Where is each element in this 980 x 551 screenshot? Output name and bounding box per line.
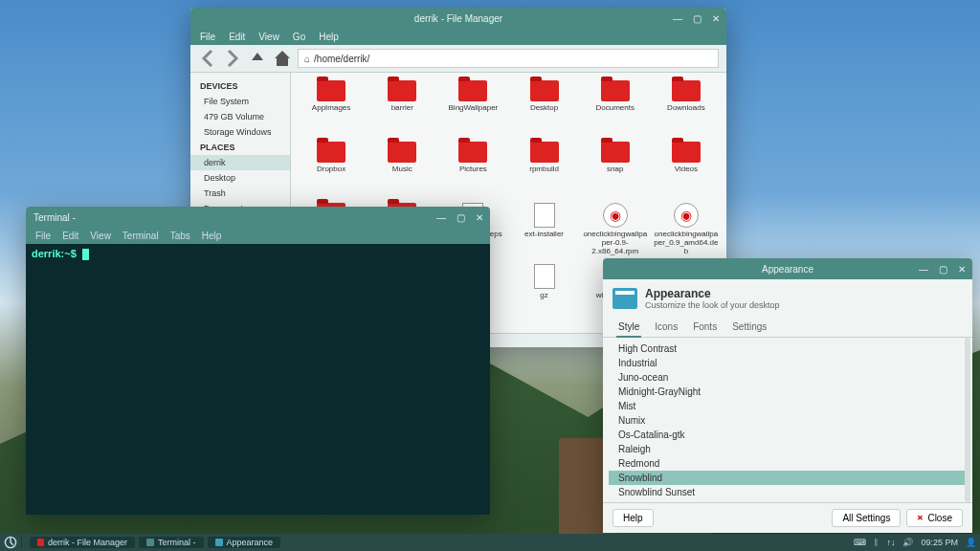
- minimize-button[interactable]: —: [434, 210, 448, 224]
- file-item[interactable]: Videos: [652, 142, 721, 201]
- tab-settings[interactable]: Settings: [730, 318, 768, 337]
- style-list[interactable]: High ContrastIndustrialJuno-oceanMidnigh…: [603, 338, 972, 502]
- style-option[interactable]: Redmond: [609, 456, 967, 471]
- file-label: Documents: [596, 104, 635, 113]
- style-option[interactable]: Mist: [609, 399, 967, 413]
- appearance-titlebar[interactable]: Appearance — ▢ ✕: [603, 258, 972, 279]
- file-item[interactable]: barrier: [368, 80, 436, 140]
- menu-view[interactable]: View: [258, 32, 279, 42]
- style-option[interactable]: Raleigh: [609, 442, 967, 456]
- file-item[interactable]: Documents: [581, 80, 650, 140]
- file-label: Pictures: [459, 165, 487, 174]
- appearance-footer: Help All Settings Close: [603, 502, 972, 533]
- close-button[interactable]: ✕: [955, 262, 969, 276]
- scrollbar[interactable]: [965, 338, 970, 502]
- style-option[interactable]: Snowblind Sunset: [609, 485, 967, 499]
- file-item[interactable]: Desktop: [509, 80, 578, 140]
- file-label: Videos: [675, 165, 698, 174]
- maximize-button[interactable]: ▢: [454, 210, 467, 224]
- start-menu-button[interactable]: [4, 536, 17, 549]
- volume-icon[interactable]: 🔊: [902, 538, 913, 547]
- file-item[interactable]: Pictures: [438, 142, 507, 201]
- home-button[interactable]: [273, 49, 292, 68]
- help-button[interactable]: Help: [612, 509, 654, 527]
- style-option[interactable]: Juno-ocean: [609, 370, 967, 385]
- back-button[interactable]: [198, 49, 217, 68]
- network-icon[interactable]: ↑↓: [886, 538, 895, 547]
- sidebar-place-derrik[interactable]: derrik: [190, 155, 290, 170]
- file-label: barrier: [391, 104, 413, 113]
- maximize-button[interactable]: ▢: [936, 262, 949, 276]
- menu-view[interactable]: View: [90, 231, 111, 241]
- taskbar-button[interactable]: derrik - File Manager: [30, 537, 135, 548]
- minimize-button[interactable]: —: [671, 11, 684, 25]
- sidebar-place-trash[interactable]: Trash: [190, 186, 290, 201]
- file-item[interactable]: Dropbox: [297, 142, 366, 201]
- task-icon: [37, 539, 44, 546]
- sidebar-device[interactable]: File System: [190, 94, 290, 109]
- file-item[interactable]: gz: [509, 264, 578, 323]
- file-item[interactable]: ◉oneclickbingwallpaper-0.9-2.x86_64.rpm: [581, 203, 650, 262]
- style-option[interactable]: Snowblind: [609, 471, 967, 485]
- folder-icon: [601, 142, 630, 163]
- file-item[interactable]: Music: [368, 142, 436, 201]
- sidebar-place-desktop[interactable]: Desktop: [190, 170, 290, 186]
- all-settings-button[interactable]: All Settings: [832, 509, 901, 527]
- style-option[interactable]: ThinIce: [609, 499, 967, 502]
- tab-fonts[interactable]: Fonts: [691, 318, 719, 337]
- close-button[interactable]: ✕: [709, 11, 723, 25]
- file-manager-titlebar[interactable]: derrik - File Manager — ▢ ✕: [190, 8, 726, 29]
- close-dialog-button[interactable]: Close: [906, 509, 963, 527]
- menu-edit[interactable]: Edit: [62, 231, 78, 241]
- bluetooth-icon[interactable]: ᛒ: [874, 538, 879, 547]
- style-option[interactable]: Os-Catalina-gtk: [609, 428, 967, 442]
- menu-file[interactable]: File: [200, 32, 215, 42]
- up-button[interactable]: [248, 49, 267, 68]
- terminal-content[interactable]: derrik:~$: [26, 244, 490, 515]
- appearance-title: Appearance: [762, 264, 813, 275]
- menu-terminal[interactable]: Terminal: [122, 231, 159, 241]
- minimize-button[interactable]: —: [917, 262, 930, 276]
- file-manager-toolbar: ⌂ /home/derrik/: [190, 45, 726, 73]
- taskbar: derrik - File ManagerTerminal -Appearanc…: [0, 534, 980, 551]
- task-label: Appearance: [227, 538, 274, 547]
- user-icon[interactable]: 👤: [966, 538, 976, 547]
- home-icon: ⌂: [304, 54, 310, 64]
- sidebar-device[interactable]: Storage Windows: [190, 124, 290, 140]
- menu-tabs[interactable]: Tabs: [170, 231, 190, 241]
- sidebar-device[interactable]: 479 GB Volume: [190, 109, 290, 124]
- task-icon: [146, 539, 154, 546]
- style-option[interactable]: Numix: [609, 413, 967, 428]
- file-item[interactable]: Downloads: [652, 80, 721, 140]
- menu-file[interactable]: File: [35, 231, 51, 241]
- tab-icons[interactable]: Icons: [653, 318, 679, 337]
- forward-button[interactable]: [223, 49, 242, 68]
- file-item[interactable]: ◉oneclickbingwallpaper_0.9_amd64.deb: [652, 203, 721, 262]
- taskbar-button[interactable]: Appearance: [208, 537, 281, 548]
- all-settings-label: All Settings: [842, 513, 890, 523]
- tab-style[interactable]: Style: [616, 318, 641, 338]
- file-item[interactable]: snap: [581, 142, 650, 201]
- appearance-icon: [612, 288, 637, 309]
- keyboard-icon[interactable]: ⌨: [854, 538, 866, 547]
- terminal-titlebar[interactable]: Terminal - — ▢ ✕: [26, 207, 490, 228]
- menu-edit[interactable]: Edit: [229, 32, 245, 42]
- path-input[interactable]: ⌂ /home/derrik/: [298, 49, 719, 68]
- menu-help[interactable]: Help: [319, 32, 339, 42]
- style-option[interactable]: High Contrast: [609, 342, 967, 356]
- doc-icon: [534, 264, 555, 289]
- file-item[interactable]: AppImages: [297, 80, 366, 140]
- maximize-button[interactable]: ▢: [690, 11, 703, 25]
- file-item[interactable]: BingWallpaper: [438, 80, 507, 140]
- file-item[interactable]: rpmbuild: [509, 142, 578, 201]
- close-button[interactable]: ✕: [473, 210, 486, 224]
- menu-help[interactable]: Help: [202, 231, 222, 241]
- style-option[interactable]: Midnight-GrayNight: [609, 385, 967, 399]
- taskbar-button[interactable]: Terminal -: [139, 537, 204, 548]
- menu-go[interactable]: Go: [293, 32, 305, 42]
- clock[interactable]: 09:25 PM: [921, 538, 958, 547]
- style-option[interactable]: Industrial: [609, 356, 967, 370]
- appearance-heading: Appearance: [645, 287, 780, 300]
- file-item[interactable]: ext-installer: [509, 203, 578, 262]
- terminal-window: Terminal - — ▢ ✕ FileEditViewTerminalTab…: [26, 207, 490, 515]
